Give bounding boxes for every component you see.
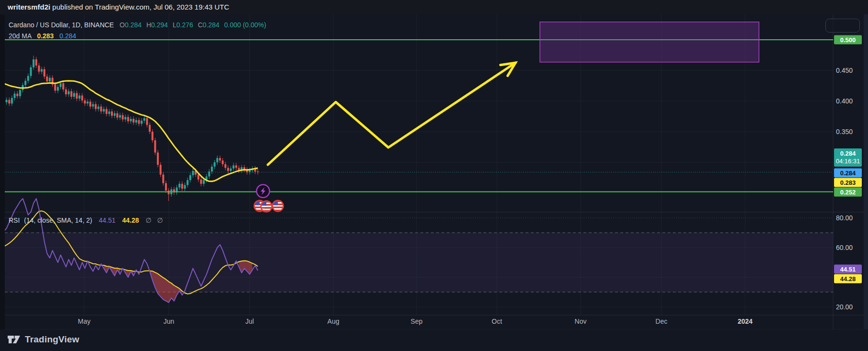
- price-label-44.51[interactable]: 44.51: [834, 265, 862, 274]
- rsi-empty-2: ∅: [157, 216, 163, 224]
- time-tick-Sep: Sep: [411, 317, 423, 325]
- target-zone-rect[interactable]: [540, 22, 759, 62]
- rsi-legend[interactable]: RSI (14, close, SMA, 14, 2) 44.51 44.28 …: [9, 216, 163, 224]
- change-value: 0.000 (0.00%): [224, 21, 266, 29]
- close-label: C: [198, 21, 203, 29]
- time-tick-Aug: Aug: [328, 317, 340, 325]
- ma-value-1: 0.283: [37, 32, 54, 40]
- chart-canvas[interactable]: [0, 0, 868, 351]
- rsi-ma-value: 44.28: [122, 216, 139, 224]
- ma-value-2: 0.284: [59, 32, 76, 40]
- symbol-legend[interactable]: Cardano / US Dollar, 1D, BINANCE O0.284 …: [9, 21, 266, 29]
- footer-bar: TradingView: [0, 329, 868, 351]
- ma-label: 20d MA: [9, 32, 31, 40]
- ma-line[interactable]: [4, 81, 258, 181]
- symbol-title: Cardano / US Dollar, 1D, BINANCE: [9, 21, 114, 29]
- candles: [3, 56, 259, 201]
- open-label: O: [120, 21, 125, 29]
- time-tick-Jun: Jun: [164, 317, 175, 325]
- rsi-tick-80.00: 80.00: [836, 214, 865, 222]
- price-label-0.252[interactable]: 0.252: [834, 188, 862, 197]
- us-flag-marker-icon[interactable]: [273, 201, 284, 212]
- time-tick-Dec: Dec: [656, 317, 668, 325]
- price-label-0.500[interactable]: 0.500: [834, 35, 862, 45]
- time-tick-Nov: Nov: [575, 317, 587, 325]
- chart-right-strip: [864, 14, 868, 329]
- ma-legend[interactable]: 20d MA 0.283 0.284: [9, 32, 76, 40]
- time-tick-May: May: [78, 317, 90, 325]
- tradingview-logo-link[interactable]: TradingView: [7, 333, 79, 346]
- countdown-timer: 04:16:31: [836, 158, 860, 165]
- rsi-tick-60.00: 60.00: [836, 244, 865, 251]
- close-value: 0.284: [203, 21, 220, 29]
- high-value: 0.294: [151, 21, 168, 29]
- lightning-marker-icon[interactable]: [257, 185, 270, 198]
- rsi-value: 44.51: [99, 216, 116, 224]
- rsi-tick-20.00: 20.00: [836, 303, 865, 311]
- price-label-0.284[interactable]: 0.284: [834, 169, 862, 178]
- projection-arrow-head: [500, 63, 516, 76]
- rsi-params: (14, close, SMA, 14, 2): [24, 216, 92, 224]
- us-flag-marker-icon[interactable]: [261, 201, 272, 212]
- high-label: H: [146, 21, 151, 29]
- price-label-0.284[interactable]: 0.28404:16:31: [834, 148, 862, 167]
- rsi-empty-1: ∅: [145, 216, 151, 224]
- tradingview-snapshot: writersmfd2i published on TradingView.co…: [0, 0, 868, 351]
- price-label-44.28[interactable]: 44.28: [834, 274, 862, 283]
- price-tick-0.450: 0.450: [836, 67, 865, 74]
- low-label: L: [173, 21, 176, 29]
- time-tick-2024: 2024: [737, 317, 752, 325]
- time-tick-Jul: Jul: [245, 317, 254, 325]
- projection-arrow[interactable]: [268, 63, 516, 165]
- price-tick-0.350: 0.350: [836, 128, 865, 136]
- rsi-title: RSI: [9, 216, 20, 224]
- low-value: 0.276: [176, 21, 193, 29]
- price-label-0.283[interactable]: 0.283: [834, 178, 862, 187]
- scale-header-box: [825, 19, 860, 33]
- price-tick-0.400: 0.400: [836, 97, 865, 105]
- tradingview-logo-icon: [7, 333, 21, 346]
- open-value: 0.284: [125, 21, 142, 29]
- time-tick-Oct: Oct: [492, 317, 502, 325]
- tradingview-brand-text: TradingView: [25, 334, 79, 345]
- rsi-band: [5, 233, 833, 292]
- chart-left-gutter: [0, 14, 5, 329]
